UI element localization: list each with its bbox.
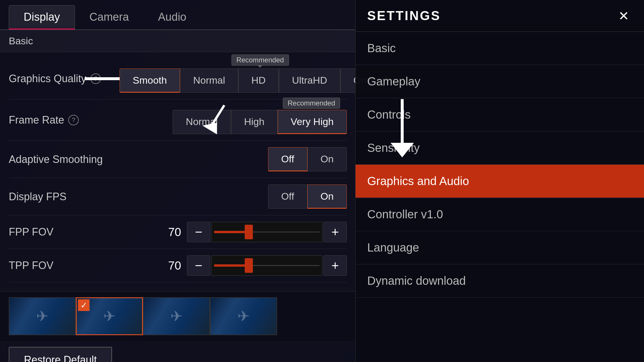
adaptive-smoothing-label: Adaptive Smoothing <box>9 153 120 166</box>
tab-audio[interactable]: Audio <box>144 6 201 29</box>
fpp-fov-minus[interactable]: − <box>187 222 210 242</box>
graphics-quality-label: Graphics Quality ? <box>9 73 120 85</box>
tpp-fov-track[interactable] <box>211 255 322 276</box>
frame-rate-help-icon[interactable]: ? <box>68 115 79 125</box>
sidebar-header: SETTINGS ✕ <box>356 0 644 32</box>
display-fps-on[interactable]: On <box>307 184 347 209</box>
sidebar-item-basic[interactable]: Basic <box>356 32 644 65</box>
fpp-fov-controls: − + <box>187 222 347 242</box>
tpp-fov-row: TPP FOV 70 − + <box>9 249 347 282</box>
preview-thumb-3[interactable] <box>143 297 210 335</box>
restore-default-button[interactable]: Restore Default <box>9 347 112 362</box>
display-fps-row: Display FPS Off On <box>9 178 347 215</box>
adaptive-smoothing-row: Adaptive Smoothing Off On <box>9 141 347 178</box>
preview-thumbnails: ✓ <box>0 291 356 341</box>
preview-img-1 <box>9 298 75 335</box>
tpp-fov-value: 70 <box>158 259 181 272</box>
fpp-fov-thumb <box>245 225 253 239</box>
fpp-fov-fill <box>214 231 246 233</box>
svg-marker-5 <box>391 143 414 157</box>
preview-img-3 <box>144 298 209 335</box>
section-basic: Basic <box>0 30 356 52</box>
graphics-option-smooth[interactable]: Smooth <box>120 68 180 93</box>
tpp-fov-label: TPP FOV <box>9 259 120 272</box>
graphics-option-normal[interactable]: Normal <box>180 68 238 93</box>
arrow-diagonal-annotation <box>201 102 242 137</box>
graphics-quality-help-icon[interactable]: ? <box>90 73 101 84</box>
sidebar-title: SETTINGS <box>367 8 441 23</box>
tpp-fov-controls: − + <box>187 255 347 276</box>
tpp-fov-minus[interactable]: − <box>187 255 210 276</box>
sidebar-item-gameplay[interactable]: Gameplay <box>356 65 644 98</box>
display-fps-label: Display FPS <box>9 191 120 203</box>
graphics-option-ultrahd[interactable]: UltraHD <box>279 68 340 93</box>
fpp-fov-remaining <box>253 231 320 233</box>
frame-rate-options: Normal High Very High <box>173 110 347 134</box>
arrow-down-annotation <box>388 99 417 157</box>
adaptive-smoothing-off[interactable]: Off <box>268 147 307 171</box>
sidebar: SETTINGS ✕ Basic Gameplay Controls Sensi… <box>355 0 644 362</box>
graphics-quality-row: Graphics Quality ? Recommended Smooth No… <box>9 58 347 99</box>
frame-rate-options-wrapper: Recommended Normal High Very High <box>173 106 347 134</box>
display-fps-off[interactable]: Off <box>268 184 307 209</box>
tab-camera[interactable]: Camera <box>75 6 144 29</box>
fpp-fov-plus[interactable]: + <box>323 222 347 242</box>
main-panel: Display Camera Audio Basic Graphics Qual… <box>0 0 356 362</box>
settings-content: Graphics Quality ? Recommended Smooth No… <box>0 52 356 288</box>
tpp-fov-remaining <box>253 265 320 266</box>
fpp-fov-row: FPP FOV 70 − + <box>9 215 347 249</box>
fpp-fov-label: FPP FOV <box>9 226 120 238</box>
preview-thumb-4[interactable] <box>210 297 277 335</box>
sidebar-item-graphics-audio[interactable]: Graphics and Audio <box>356 165 644 198</box>
fpp-fov-value: 70 <box>158 226 181 239</box>
display-fps-options: Off On <box>268 184 347 209</box>
sidebar-item-controller[interactable]: Controller v1.0 <box>356 198 644 231</box>
tab-display[interactable]: Display <box>9 5 75 29</box>
frame-rate-label: Frame Rate ? <box>9 114 120 126</box>
preview-img-4 <box>211 298 276 335</box>
preview-checkmark-2: ✓ <box>78 299 90 311</box>
tabs-bar: Display Camera Audio <box>0 0 356 30</box>
graphics-recommended-badge: Recommended <box>232 55 289 66</box>
frame-rate-recommended-badge: Recommended <box>283 98 340 109</box>
preview-thumb-1[interactable] <box>9 297 76 335</box>
sidebar-item-language[interactable]: Language <box>356 231 644 264</box>
frame-rate-option-very-high[interactable]: Very High <box>278 110 347 134</box>
tpp-fov-thumb <box>245 258 253 273</box>
sidebar-item-dynamic-download[interactable]: Dynamic download <box>356 264 644 298</box>
tpp-fov-fill <box>214 264 246 267</box>
svg-marker-3 <box>202 123 217 134</box>
close-button[interactable]: ✕ <box>615 7 632 24</box>
preview-thumb-2[interactable]: ✓ <box>76 297 143 335</box>
fpp-fov-track[interactable] <box>211 222 322 242</box>
tpp-fov-plus[interactable]: + <box>323 255 347 276</box>
graphics-option-hd[interactable]: HD <box>238 68 279 93</box>
frame-rate-row: Frame Rate ? Recommended Normal High Ver… <box>9 99 347 141</box>
adaptive-smoothing-options: Off On <box>268 147 347 171</box>
adaptive-smoothing-on[interactable]: On <box>307 147 347 171</box>
